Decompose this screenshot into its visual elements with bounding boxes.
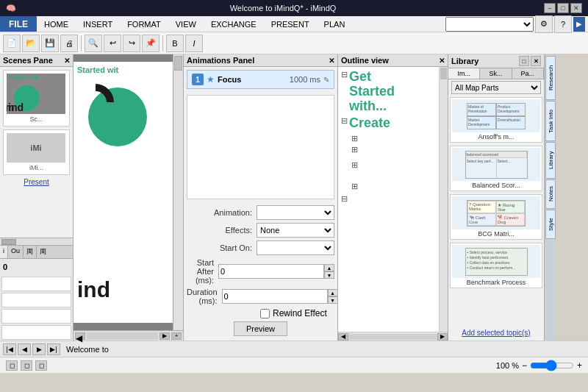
outline-scroll-right[interactable]: ▶ <box>437 333 448 341</box>
duration-down[interactable]: ▼ <box>328 296 338 304</box>
print-btn[interactable]: 🖨 <box>60 35 78 52</box>
present-link[interactable]: Present <box>3 178 70 186</box>
lib-item-bcg[interactable]: ? Question Marks ★ Rising Star 🐄 Cash Co… <box>450 194 542 240</box>
rewind-checkbox[interactable] <box>260 309 270 318</box>
add-selected-link[interactable]: Add selected topic(s) <box>462 329 530 337</box>
redo-btn[interactable]: ↪ <box>123 35 140 52</box>
duration-input[interactable] <box>222 289 328 304</box>
canvas-area[interactable]: Started wit ind <box>74 54 183 330</box>
lib-tab-sketches[interactable]: Sk... <box>480 68 512 79</box>
scenes-scroll[interactable]: Started wit ind m Sc... iMi iMi... Prese… <box>0 67 73 238</box>
scenes-panel-header: Scenes Pane ✕ <box>0 54 73 67</box>
lib-item-bsc[interactable]: balanced scorecard Select key perf... Se… <box>450 146 542 191</box>
outline-collapse-1[interactable]: ⊟ <box>341 70 348 79</box>
vtab-style[interactable]: Style <box>545 210 556 239</box>
outline-plus-2[interactable]: ⊞ <box>351 145 436 154</box>
outline-content[interactable]: ⊟ Get Started with... ⊟ Create ⊞ ⊞ <box>338 67 439 332</box>
open-btn[interactable]: 📂 <box>22 35 40 52</box>
nav-next[interactable]: ▶ <box>32 343 46 355</box>
slide-row-4[interactable] <box>1 325 71 340</box>
lib-tab-patterns[interactable]: Pa... <box>512 68 544 79</box>
scene-item-2[interactable]: iMi iMi... <box>3 129 70 175</box>
start-after-input[interactable] <box>218 264 324 279</box>
animation-select[interactable] <box>257 205 334 220</box>
slide-row-1[interactable] <box>1 277 71 291</box>
preview-button[interactable]: Preview <box>234 321 287 336</box>
slide-row-3[interactable] <box>1 309 71 324</box>
animation-item-1[interactable]: 1 ★ Focus 1000 ms ✎ <box>187 70 334 89</box>
status-icon-1[interactable]: ◻ <box>6 360 18 371</box>
vtab-taskinfo[interactable]: Task Info <box>545 101 556 141</box>
hscroll-plus[interactable]: + <box>171 332 182 340</box>
outline-scroll-left[interactable]: ◀ <box>338 333 348 341</box>
zoom-slider[interactable] <box>530 360 574 371</box>
library-close[interactable]: ✕ <box>531 56 541 66</box>
zoom-out[interactable]: − <box>522 360 527 371</box>
outline-plus-4[interactable]: ⊞ <box>351 182 436 191</box>
tab-icon2[interactable]: 周 <box>37 246 49 258</box>
outline-close[interactable]: ✕ <box>439 57 445 65</box>
vtab-library[interactable]: Library <box>545 142 556 179</box>
home-menu[interactable]: HOME <box>37 16 76 32</box>
minimize-button[interactable]: − <box>544 3 556 13</box>
duration-up[interactable]: ▲ <box>328 289 338 296</box>
hscroll-left[interactable]: ◀ <box>75 332 85 340</box>
italic-btn[interactable]: I <box>185 35 203 52</box>
vtab-research[interactable]: Research <box>545 56 556 100</box>
slide-row-2[interactable] <box>1 293 71 307</box>
vtab-notes[interactable]: Notes <box>545 179 556 209</box>
maximize-button[interactable]: □ <box>557 3 569 13</box>
outline-vscroll[interactable] <box>439 67 448 332</box>
outline-hscroll[interactable]: ◀ ▶ <box>338 332 448 341</box>
file-menu[interactable]: FILE <box>0 16 37 32</box>
start-after-up[interactable]: ▲ <box>324 264 334 271</box>
anim-edit-icon[interactable]: ✎ <box>323 76 329 84</box>
view-menu[interactable]: VIEW <box>168 16 204 32</box>
outline-collapse-2[interactable]: ⊟ <box>341 116 348 126</box>
outline-plus-1[interactable]: ⊞ <box>351 134 436 143</box>
lib-tab-images[interactable]: Im... <box>448 68 480 79</box>
help-btn[interactable]: ? <box>554 15 572 33</box>
save-btn[interactable]: 💾 <box>41 35 59 52</box>
nav-last[interactable]: ▶| <box>47 343 60 355</box>
start-after-down[interactable]: ▼ <box>324 271 334 279</box>
toolbar-icon-btn[interactable]: ⚙ <box>535 15 553 33</box>
start-on-select[interactable] <box>257 240 334 255</box>
lib-item-benchmark[interactable]: • Select process, service • Identify bes… <box>450 243 542 288</box>
outline-plus-3[interactable]: ⊞ <box>351 160 436 170</box>
tab-outline[interactable]: Ou <box>8 246 24 258</box>
canvas-vscroll[interactable] <box>173 54 183 330</box>
hscroll-right[interactable]: ▶ <box>159 332 170 340</box>
format-menu[interactable]: FORMAT <box>120 16 168 32</box>
plan-menu[interactable]: PLAN <box>317 16 353 32</box>
extra-btn[interactable]: 📌 <box>142 35 159 52</box>
bold-btn[interactable]: B <box>166 35 184 52</box>
status-icon-3[interactable]: ◻ <box>35 360 47 371</box>
insert-menu[interactable]: INSERT <box>76 16 120 32</box>
right-expand-btn[interactable]: ▶ <box>573 17 585 32</box>
scrollbar-thumb-h <box>1 239 16 245</box>
lib-item-ansoff[interactable]: Market of Penetration Product Developmen… <box>450 97 542 143</box>
zoom-in[interactable]: + <box>577 360 582 371</box>
present-menu[interactable]: PRESENT <box>264 16 317 32</box>
tab-i[interactable]: i <box>0 246 8 258</box>
animations-close[interactable]: ✕ <box>329 57 334 65</box>
library-filter-select[interactable]: All Map Parts <box>451 81 541 94</box>
outline-collapse-bottom[interactable]: ⊟ <box>341 194 348 204</box>
scene-item-1[interactable]: Started wit ind m Sc... <box>3 70 70 126</box>
exchange-menu[interactable]: EXCHANGE <box>204 16 264 32</box>
close-button[interactable]: ✕ <box>570 3 582 13</box>
search-btn[interactable]: 🔍 <box>85 35 102 52</box>
undo-btn[interactable]: ↩ <box>104 35 121 52</box>
scenes-panel-close[interactable]: ✕ <box>64 57 70 65</box>
library-icon-1[interactable]: □ <box>519 56 529 66</box>
scenes-scrollbar-h[interactable] <box>0 238 73 245</box>
effects-select[interactable]: None <box>257 223 334 238</box>
toolbar-dropdown[interactable] <box>445 17 534 32</box>
new-btn[interactable]: 📄 <box>3 35 21 52</box>
canvas-hscroll[interactable]: ◀ ▶ + <box>74 330 183 341</box>
nav-first[interactable]: |◀ <box>3 343 16 355</box>
status-icon-2[interactable]: ◻ <box>21 360 32 371</box>
tab-icon1[interactable]: 周 <box>24 246 37 258</box>
nav-prev[interactable]: ◀ <box>18 343 31 355</box>
